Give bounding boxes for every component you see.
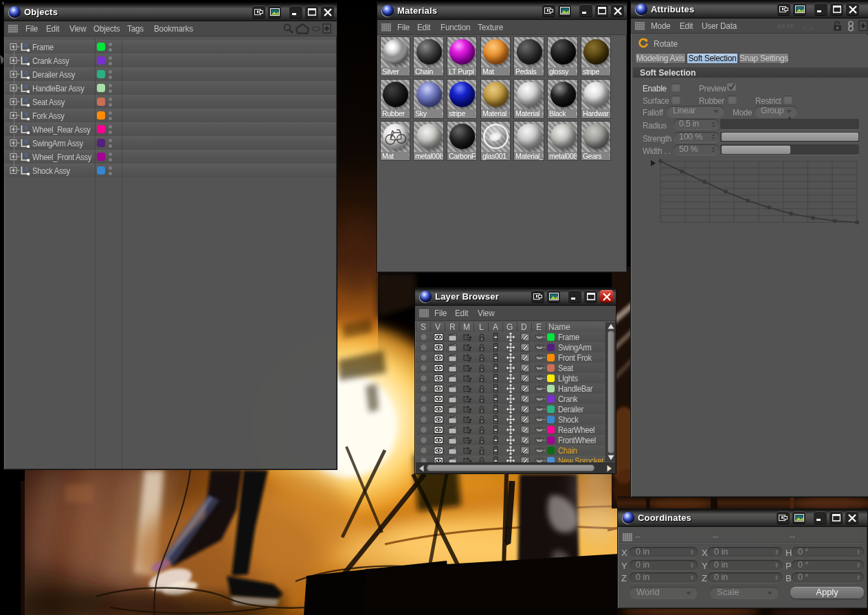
svg-text:0: 0 — [25, 55, 28, 63]
svg-text:0: 0 — [25, 137, 28, 145]
svg-text:0: 0 — [25, 124, 28, 131]
svg-text:0: 0 — [25, 110, 28, 118]
svg-text:0: 0 — [25, 151, 28, 159]
svg-text:0: 0 — [25, 41, 28, 49]
svg-text:0: 0 — [25, 82, 28, 90]
svg-text:0: 0 — [25, 96, 28, 104]
svg-text:0: 0 — [25, 69, 28, 76]
svg-text:0: 0 — [25, 165, 28, 172]
